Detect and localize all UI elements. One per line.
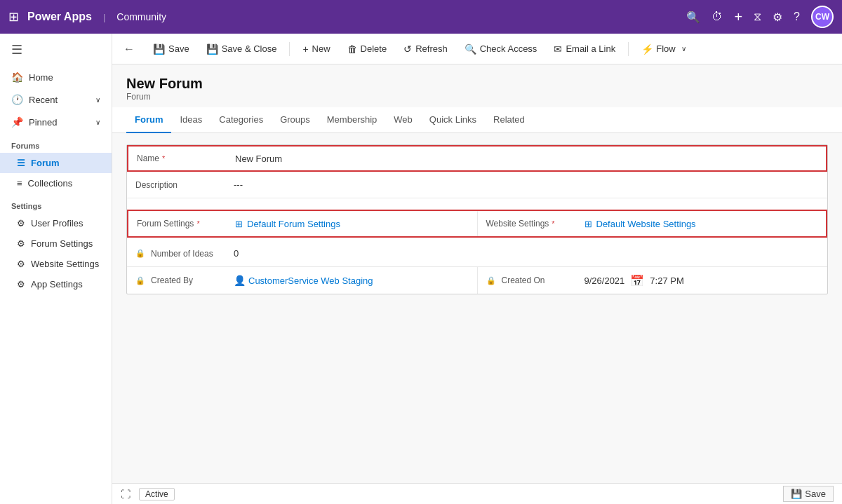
- forum-settings-icon: ⚙: [17, 238, 25, 249]
- save-button[interactable]: 💾 Save: [146, 40, 196, 58]
- expand-icon[interactable]: ⛶: [121, 489, 131, 500]
- pinned-chevron-icon: ∨: [95, 118, 100, 126]
- content-area: ← 💾 Save 💾 Save & Close + New 🗑 Delete ↺: [112, 34, 842, 504]
- avatar[interactable]: CW: [811, 6, 834, 28]
- description-value[interactable]: ---: [234, 179, 243, 190]
- number-of-ideas-label: 🔒 Number of Ideas: [135, 249, 234, 259]
- new-label: New: [312, 43, 330, 54]
- delete-label: Delete: [361, 43, 387, 54]
- flow-button[interactable]: ⚡ Flow ∨: [634, 40, 693, 58]
- main-layout: ☰ 🏠 Home 🕐 Recent ∨ 📌 Pinned ∨ Forums ☰ …: [0, 34, 842, 504]
- refresh-label: Refresh: [415, 43, 448, 54]
- email-icon: ✉: [554, 43, 562, 55]
- tab-membership[interactable]: Membership: [319, 107, 386, 133]
- name-row: Name * New Forum: [127, 145, 827, 172]
- sidebar-item-home-label: Home: [29, 72, 53, 83]
- email-link-button[interactable]: ✉ Email a Link: [547, 40, 622, 58]
- sidebar-app-settings-label: App Settings: [31, 279, 83, 290]
- number-of-ideas-value: 0: [234, 248, 239, 259]
- settings-section-label: Settings: [0, 193, 112, 213]
- sidebar-item-recent-label: Recent: [29, 95, 58, 105]
- status-badge: Active: [139, 488, 175, 500]
- calendar-icon[interactable]: 📅: [630, 274, 644, 287]
- cmd-separator-1: [289, 42, 290, 56]
- tab-groups[interactable]: Groups: [272, 107, 319, 133]
- created-by-value[interactable]: CustomerService Web Staging: [248, 275, 373, 286]
- recent-chevron-icon: ∨: [95, 96, 100, 104]
- status-save-button[interactable]: 💾 Save: [783, 486, 834, 502]
- cmd-separator-2: [628, 42, 629, 56]
- tab-ideas[interactable]: Ideas: [171, 107, 210, 133]
- tab-quick-links[interactable]: Quick Links: [421, 107, 485, 133]
- tab-web[interactable]: Web: [385, 107, 421, 133]
- recent-icon: 🕐: [11, 94, 23, 105]
- forum-settings-value-container: ⊞ Default Forum Settings: [235, 219, 340, 229]
- tab-related[interactable]: Related: [485, 107, 533, 133]
- save-close-button[interactable]: 💾 Save & Close: [199, 40, 284, 58]
- number-of-ideas-row: 🔒 Number of Ideas 0: [127, 240, 827, 267]
- delete-icon: 🗑: [347, 43, 357, 55]
- website-settings-value-container: ⊞ Default Website Settings: [584, 219, 696, 229]
- form-subtitle: Forum: [126, 92, 828, 102]
- add-icon[interactable]: +: [734, 9, 742, 25]
- created-on-lock-icon: 🔒: [486, 276, 496, 285]
- save-close-label: Save & Close: [222, 43, 277, 54]
- help-icon[interactable]: ?: [794, 11, 800, 23]
- app-name: Power Apps: [27, 11, 92, 23]
- created-row: 🔒 Created By 👤 CustomerService Web Stagi…: [127, 267, 827, 294]
- sidebar-item-user-profiles[interactable]: ⚙ User Profiles: [0, 213, 112, 233]
- flow-chevron-icon: ∨: [681, 45, 686, 53]
- forum-settings-icon: ⊞: [235, 219, 243, 229]
- search-icon[interactable]: 🔍: [686, 11, 700, 24]
- form-title: New Forum: [126, 76, 828, 92]
- created-on-field: 🔒 Created On 9/26/2021 📅 7:27 PM: [478, 267, 828, 294]
- name-label: Name *: [137, 154, 235, 163]
- back-button[interactable]: ←: [121, 40, 138, 58]
- environment-name: Community: [116, 11, 166, 22]
- email-link-label: Email a Link: [566, 43, 615, 54]
- form-container: New Forum Forum Forum Ideas Categories G…: [112, 64, 842, 483]
- forum-settings-label: Forum Settings *: [137, 219, 235, 229]
- sidebar-item-app-settings[interactable]: ⚙ App Settings: [0, 274, 112, 294]
- sidebar-user-profiles-label: User Profiles: [31, 218, 83, 229]
- settings-icon[interactable]: ⚙: [773, 11, 782, 24]
- check-access-button[interactable]: 🔍 Check Access: [457, 40, 544, 58]
- sidebar-item-pinned[interactable]: 📌 Pinned ∨: [0, 111, 112, 133]
- website-settings-required: *: [552, 219, 554, 228]
- created-on-value-container: 9/26/2021 📅 7:27 PM: [584, 274, 684, 287]
- sidebar-item-recent[interactable]: 🕐 Recent ∨: [0, 88, 112, 111]
- tab-categories[interactable]: Categories: [210, 107, 272, 133]
- sidebar-collections-label: Collections: [28, 178, 73, 189]
- ideas-lock-icon: 🔒: [135, 249, 145, 258]
- forum-settings-value[interactable]: Default Forum Settings: [247, 219, 340, 229]
- grid-icon[interactable]: ⊞: [8, 9, 19, 25]
- refresh-button[interactable]: ↺ Refresh: [396, 40, 455, 58]
- delete-button[interactable]: 🗑 Delete: [340, 40, 394, 58]
- app-settings-icon: ⚙: [17, 279, 25, 290]
- description-row: Description ---: [127, 172, 827, 198]
- tab-forum[interactable]: Forum: [126, 107, 171, 133]
- flow-icon: ⚡: [641, 43, 653, 55]
- spacer-row: [127, 198, 827, 207]
- description-field: Description ---: [127, 172, 827, 198]
- sidebar-item-collections[interactable]: ≡ Collections: [0, 173, 112, 193]
- new-button[interactable]: + New: [295, 40, 337, 58]
- sidebar: ☰ 🏠 Home 🕐 Recent ∨ 📌 Pinned ∨ Forums ☰ …: [0, 34, 112, 504]
- filter-icon[interactable]: ⧖: [754, 11, 761, 23]
- sidebar-toggle[interactable]: ☰: [0, 34, 112, 66]
- sidebar-forum-settings-label: Forum Settings: [31, 238, 93, 249]
- form-body: Name * New Forum Description ---: [126, 144, 828, 294]
- created-on-label: 🔒 Created On: [486, 275, 584, 285]
- nav-divider: |: [103, 12, 105, 22]
- sidebar-item-website-settings[interactable]: ⚙ Website Settings: [0, 254, 112, 274]
- user-profiles-icon: ⚙: [17, 218, 25, 229]
- name-value[interactable]: New Forum: [235, 154, 282, 164]
- forum-settings-required: *: [196, 219, 199, 228]
- sidebar-item-home[interactable]: 🏠 Home: [0, 66, 112, 88]
- sidebar-item-forum-settings[interactable]: ⚙ Forum Settings: [0, 233, 112, 254]
- forum-icon: ☰: [17, 158, 25, 168]
- created-on-time: 7:27 PM: [650, 275, 683, 286]
- sidebar-item-forum[interactable]: ☰ Forum: [0, 153, 112, 173]
- website-settings-value[interactable]: Default Website Settings: [596, 219, 696, 229]
- timer-icon[interactable]: ⏱: [711, 11, 723, 23]
